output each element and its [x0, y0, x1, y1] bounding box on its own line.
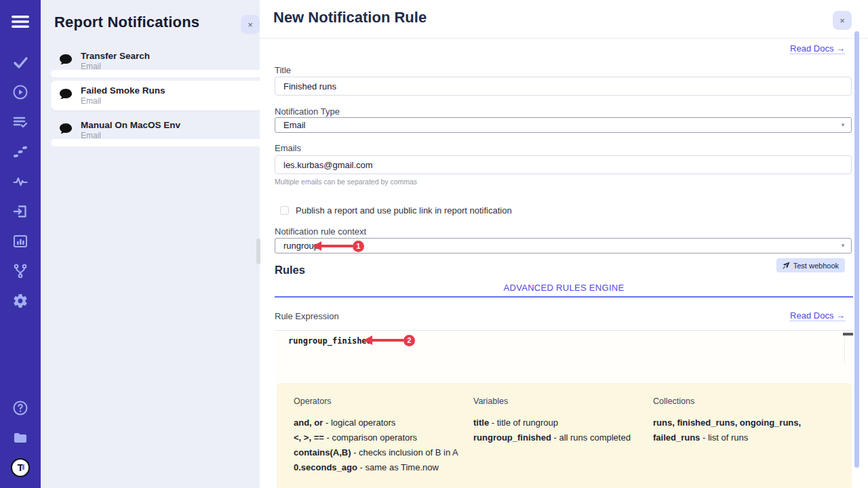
modal-header: New Notification Rule [260, 0, 868, 39]
test-webhook-label: Test webhook [793, 262, 839, 270]
annotation-2-badge: 2 [403, 335, 415, 346]
help-line: rungroup_finished - all runs completed [473, 430, 643, 445]
red-arrow-left-icon [312, 240, 353, 252]
notification-type: Email [81, 62, 150, 72]
notification-title: Manual On MacOS Env [81, 119, 180, 131]
notification-title: Failed Smoke Runs [81, 85, 165, 96]
red-arrow-left-icon [363, 334, 404, 346]
rule-expression-label: Rule Expression [275, 311, 339, 321]
chevron-down-icon: ▼ [840, 243, 846, 249]
help-line: and, or - logical operators [294, 415, 467, 430]
speech-bubble-icon [59, 54, 74, 69]
help-line: 0.seconds_ago - same as Time.now [294, 460, 467, 475]
rules-heading: Rules [275, 264, 305, 277]
title-label: Title [275, 65, 291, 75]
notification-type: Email [81, 131, 180, 141]
notification-list: Transfer Search Email Failed Smoke Runs … [51, 46, 260, 150]
folder-icon[interactable] [0, 423, 41, 453]
publish-report-checkbox-label: Publish a report and use public link in … [296, 205, 512, 216]
read-docs-link-top[interactable]: Read Docs → [790, 43, 845, 54]
emails-hint: Multiple emails can be separated by comm… [275, 178, 417, 186]
read-docs-link-rules[interactable]: Read Docs → [790, 310, 845, 321]
modal-title: New Notification Rule [273, 9, 427, 26]
help-column-variables: Variables title - title of rungroup rung… [473, 396, 643, 445]
list-item-manual-on-macos-env[interactable]: Manual On MacOS Env Email [51, 115, 260, 145]
list-item-failed-smoke-runs[interactable]: Failed Smoke Runs Email [51, 81, 260, 110]
publish-report-checkbox[interactable] [280, 206, 289, 215]
publish-report-checkbox-row[interactable]: Publish a report and use public link in … [280, 205, 512, 216]
modal-scrollbar-thumb[interactable] [854, 31, 859, 468]
list-item-transfer-search[interactable]: Transfer Search Email [51, 46, 260, 76]
annotation-1-badge: 1 [353, 241, 364, 252]
new-notification-rule-modal: New Notification Rule × Read Docs → Titl… [260, 0, 868, 488]
rule-expression-value: rungroup_finished [288, 336, 372, 346]
list-check-icon[interactable] [0, 107, 41, 137]
rules-tabbar: ADVANCED RULES ENGINE [275, 281, 853, 293]
app-root: T Report Notifications Transfer Search E… [0, 0, 868, 488]
help-icon[interactable] [0, 393, 41, 423]
menu-icon[interactable] [0, 7, 41, 37]
sidebar: T [0, 0, 41, 488]
emails-input[interactable] [275, 155, 852, 174]
modal-close-button[interactable]: × [833, 11, 852, 30]
rule-context-label: Notification rule context [275, 226, 366, 237]
panel-close-button[interactable]: × [241, 15, 260, 34]
chevron-down-icon: ▼ [840, 122, 846, 128]
annotation-1: 1 [312, 240, 364, 252]
help-column-operators: Operators and, or - logical operators <,… [294, 396, 467, 475]
play-circle-icon[interactable] [0, 77, 41, 107]
notification-type-label: Notification Type [275, 106, 340, 117]
expression-help-box: Operators and, or - logical operators <,… [277, 383, 852, 488]
speech-bubble-icon [59, 88, 74, 104]
title-input[interactable] [275, 77, 852, 96]
speech-bubble-icon [59, 123, 74, 138]
active-tab-underline [275, 296, 853, 298]
help-line: runs, finished_runs, ongoing_runs, faile… [653, 415, 837, 445]
editor-scrollbar-thumb[interactable] [843, 333, 853, 336]
help-column-collections: Collections runs, finished_runs, ongoing… [653, 396, 837, 445]
help-line: contains(A,B) - checks inclusion of B in… [294, 445, 467, 460]
app-logo-t-icon[interactable]: T [0, 453, 41, 483]
notification-type-value: Email [283, 120, 306, 130]
help-column-heading: Operators [294, 396, 467, 406]
branch-icon[interactable] [0, 256, 41, 286]
notification-title: Transfer Search [81, 50, 150, 62]
panel-resize-handle[interactable] [256, 239, 260, 264]
bar-chart-icon[interactable] [0, 226, 41, 256]
sign-in-icon[interactable] [0, 197, 41, 226]
notification-type: Email [81, 96, 165, 106]
steps-icon[interactable] [0, 137, 41, 167]
report-notifications-panel: Report Notifications Transfer Search Ema… [41, 0, 260, 488]
send-icon [783, 262, 790, 269]
check-icon[interactable] [0, 47, 41, 77]
settings-gear-icon[interactable] [0, 286, 41, 316]
editor-divider [844, 331, 845, 363]
test-webhook-button[interactable]: Test webhook [776, 258, 845, 272]
activity-icon[interactable] [0, 167, 41, 197]
help-column-heading: Collections [653, 396, 837, 406]
help-line: <, >, == - comparison operators [294, 430, 467, 445]
rule-expression-editor[interactable]: rungroup_finished [275, 330, 853, 382]
emails-label: Emails [275, 143, 301, 153]
notification-type-select[interactable]: Email ▼ [275, 117, 852, 133]
help-line: title - title of rungroup [473, 415, 643, 430]
tab-advanced-rules-engine[interactable]: ADVANCED RULES ENGINE [504, 283, 625, 293]
help-column-heading: Variables [473, 396, 643, 406]
annotation-2: 2 [363, 334, 415, 346]
panel-title: Report Notifications [54, 14, 199, 31]
